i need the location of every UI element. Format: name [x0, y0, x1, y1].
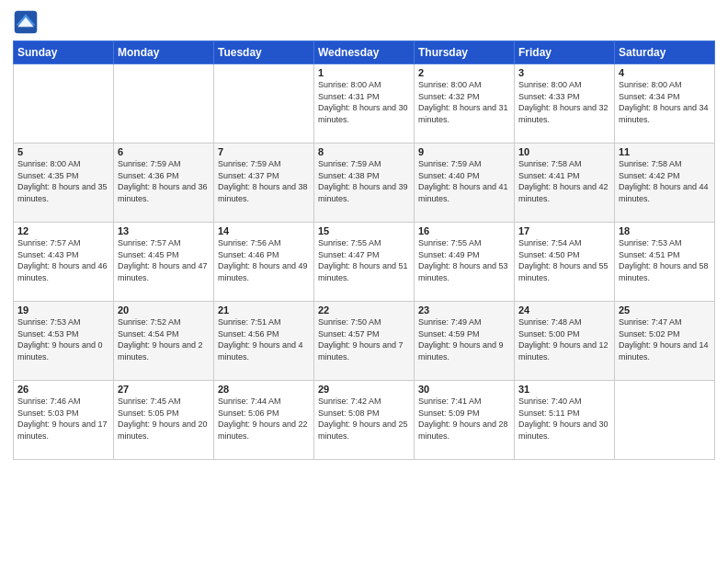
- day-info: Sunrise: 7:47 AM Sunset: 5:02 PM Dayligh…: [619, 316, 711, 362]
- calendar-cell: [14, 64, 114, 144]
- calendar-cell: 10Sunrise: 7:58 AM Sunset: 4:41 PM Dayli…: [515, 144, 615, 223]
- calendar-cell: [214, 64, 314, 144]
- day-number: 3: [518, 67, 610, 78]
- page: SundayMondayTuesdayWednesdayThursdayFrid…: [0, 0, 728, 563]
- day-info: Sunrise: 8:00 AM Sunset: 4:33 PM Dayligh…: [518, 79, 610, 125]
- day-info: Sunrise: 7:40 AM Sunset: 5:11 PM Dayligh…: [518, 396, 610, 442]
- calendar-cell: 29Sunrise: 7:42 AM Sunset: 5:08 PM Dayli…: [314, 381, 415, 460]
- day-number: 25: [619, 304, 711, 316]
- day-number: 11: [619, 146, 711, 157]
- day-number: 17: [518, 225, 610, 236]
- weekday-header-friday: Friday: [515, 41, 615, 64]
- calendar-week-row: 1Sunrise: 8:00 AM Sunset: 4:31 PM Daylig…: [14, 64, 715, 144]
- weekday-header-wednesday: Wednesday: [314, 41, 415, 64]
- day-info: Sunrise: 7:58 AM Sunset: 4:42 PM Dayligh…: [619, 158, 711, 204]
- day-info: Sunrise: 7:59 AM Sunset: 4:36 PM Dayligh…: [118, 158, 210, 204]
- calendar-cell: 16Sunrise: 7:55 AM Sunset: 4:49 PM Dayli…: [415, 223, 515, 302]
- calendar-cell: 28Sunrise: 7:44 AM Sunset: 5:06 PM Dayli…: [214, 381, 314, 460]
- calendar-cell: 4Sunrise: 8:00 AM Sunset: 4:34 PM Daylig…: [615, 64, 715, 144]
- calendar-week-row: 26Sunrise: 7:46 AM Sunset: 5:03 PM Dayli…: [14, 381, 715, 460]
- day-number: 6: [118, 146, 210, 157]
- day-number: 26: [17, 384, 109, 395]
- weekday-header-monday: Monday: [114, 41, 214, 64]
- calendar-week-row: 5Sunrise: 8:00 AM Sunset: 4:35 PM Daylig…: [14, 144, 715, 223]
- day-info: Sunrise: 7:59 AM Sunset: 4:40 PM Dayligh…: [418, 158, 510, 204]
- day-info: Sunrise: 7:55 AM Sunset: 4:47 PM Dayligh…: [318, 237, 410, 283]
- day-number: 29: [318, 384, 410, 395]
- calendar-cell: 30Sunrise: 7:41 AM Sunset: 5:09 PM Dayli…: [415, 381, 515, 460]
- day-number: 12: [17, 225, 109, 236]
- day-info: Sunrise: 8:00 AM Sunset: 4:31 PM Dayligh…: [318, 79, 410, 125]
- day-number: 23: [418, 304, 510, 316]
- calendar-cell: [114, 64, 214, 144]
- day-info: Sunrise: 8:00 AM Sunset: 4:32 PM Dayligh…: [418, 79, 510, 125]
- day-info: Sunrise: 7:58 AM Sunset: 4:41 PM Dayligh…: [518, 158, 610, 204]
- calendar-cell: 11Sunrise: 7:58 AM Sunset: 4:42 PM Dayli…: [615, 144, 715, 223]
- header: [13, 9, 715, 35]
- calendar-cell: 5Sunrise: 8:00 AM Sunset: 4:35 PM Daylig…: [14, 144, 114, 223]
- calendar-cell: 24Sunrise: 7:48 AM Sunset: 5:00 PM Dayli…: [515, 302, 615, 381]
- day-number: 7: [218, 146, 310, 157]
- calendar-cell: 15Sunrise: 7:55 AM Sunset: 4:47 PM Dayli…: [314, 223, 415, 302]
- weekday-header-saturday: Saturday: [615, 41, 715, 64]
- weekday-header-tuesday: Tuesday: [214, 41, 314, 64]
- day-number: 2: [418, 67, 510, 78]
- calendar-cell: [615, 381, 715, 460]
- day-info: Sunrise: 7:50 AM Sunset: 4:57 PM Dayligh…: [318, 316, 410, 362]
- calendar-cell: 17Sunrise: 7:54 AM Sunset: 4:50 PM Dayli…: [515, 223, 615, 302]
- day-number: 5: [17, 146, 109, 157]
- day-number: 20: [118, 304, 210, 316]
- day-number: 8: [318, 146, 410, 157]
- day-number: 15: [318, 225, 410, 236]
- day-number: 13: [118, 225, 210, 236]
- day-number: 22: [318, 304, 410, 316]
- calendar-cell: 1Sunrise: 8:00 AM Sunset: 4:31 PM Daylig…: [314, 64, 415, 144]
- calendar-cell: 27Sunrise: 7:45 AM Sunset: 5:05 PM Dayli…: [114, 381, 214, 460]
- day-number: 4: [619, 67, 711, 78]
- day-number: 14: [218, 225, 310, 236]
- calendar-cell: 22Sunrise: 7:50 AM Sunset: 4:57 PM Dayli…: [314, 302, 415, 381]
- calendar-cell: 14Sunrise: 7:56 AM Sunset: 4:46 PM Dayli…: [214, 223, 314, 302]
- day-info: Sunrise: 7:57 AM Sunset: 4:43 PM Dayligh…: [17, 237, 109, 283]
- calendar-cell: 13Sunrise: 7:57 AM Sunset: 4:45 PM Dayli…: [114, 223, 214, 302]
- calendar-cell: 20Sunrise: 7:52 AM Sunset: 4:54 PM Dayli…: [114, 302, 214, 381]
- day-info: Sunrise: 8:00 AM Sunset: 4:35 PM Dayligh…: [17, 158, 109, 204]
- calendar-cell: 21Sunrise: 7:51 AM Sunset: 4:56 PM Dayli…: [214, 302, 314, 381]
- calendar-cell: 2Sunrise: 8:00 AM Sunset: 4:32 PM Daylig…: [415, 64, 515, 144]
- calendar-cell: 3Sunrise: 8:00 AM Sunset: 4:33 PM Daylig…: [515, 64, 615, 144]
- calendar-week-row: 19Sunrise: 7:53 AM Sunset: 4:53 PM Dayli…: [14, 302, 715, 381]
- day-number: 19: [17, 304, 109, 316]
- logo: [13, 9, 40, 35]
- day-info: Sunrise: 7:59 AM Sunset: 4:37 PM Dayligh…: [218, 158, 310, 204]
- day-info: Sunrise: 7:48 AM Sunset: 5:00 PM Dayligh…: [518, 316, 610, 362]
- day-number: 31: [518, 384, 610, 395]
- day-info: Sunrise: 7:53 AM Sunset: 4:53 PM Dayligh…: [17, 316, 109, 362]
- calendar-cell: 26Sunrise: 7:46 AM Sunset: 5:03 PM Dayli…: [14, 381, 114, 460]
- day-info: Sunrise: 7:49 AM Sunset: 4:59 PM Dayligh…: [418, 316, 510, 362]
- day-info: Sunrise: 7:56 AM Sunset: 4:46 PM Dayligh…: [218, 237, 310, 283]
- day-info: Sunrise: 7:59 AM Sunset: 4:38 PM Dayligh…: [318, 158, 410, 204]
- calendar-cell: 9Sunrise: 7:59 AM Sunset: 4:40 PM Daylig…: [415, 144, 515, 223]
- calendar-cell: 18Sunrise: 7:53 AM Sunset: 4:51 PM Dayli…: [615, 223, 715, 302]
- day-info: Sunrise: 7:52 AM Sunset: 4:54 PM Dayligh…: [118, 316, 210, 362]
- day-number: 28: [218, 384, 310, 395]
- weekday-header-thursday: Thursday: [415, 41, 515, 64]
- calendar-cell: 8Sunrise: 7:59 AM Sunset: 4:38 PM Daylig…: [314, 144, 415, 223]
- calendar-cell: 7Sunrise: 7:59 AM Sunset: 4:37 PM Daylig…: [214, 144, 314, 223]
- day-info: Sunrise: 7:46 AM Sunset: 5:03 PM Dayligh…: [17, 396, 109, 442]
- day-number: 16: [418, 225, 510, 236]
- logo-icon: [13, 9, 39, 35]
- day-number: 24: [518, 304, 610, 316]
- day-info: Sunrise: 7:51 AM Sunset: 4:56 PM Dayligh…: [218, 316, 310, 362]
- day-info: Sunrise: 7:42 AM Sunset: 5:08 PM Dayligh…: [318, 396, 410, 442]
- weekday-header-sunday: Sunday: [14, 41, 114, 64]
- day-number: 21: [218, 304, 310, 316]
- day-info: Sunrise: 7:57 AM Sunset: 4:45 PM Dayligh…: [118, 237, 210, 283]
- calendar-week-row: 12Sunrise: 7:57 AM Sunset: 4:43 PM Dayli…: [14, 223, 715, 302]
- day-number: 9: [418, 146, 510, 157]
- day-info: Sunrise: 7:45 AM Sunset: 5:05 PM Dayligh…: [118, 396, 210, 442]
- calendar-cell: 6Sunrise: 7:59 AM Sunset: 4:36 PM Daylig…: [114, 144, 214, 223]
- calendar-cell: 31Sunrise: 7:40 AM Sunset: 5:11 PM Dayli…: [515, 381, 615, 460]
- day-info: Sunrise: 7:55 AM Sunset: 4:49 PM Dayligh…: [418, 237, 510, 283]
- day-info: Sunrise: 7:53 AM Sunset: 4:51 PM Dayligh…: [619, 237, 711, 283]
